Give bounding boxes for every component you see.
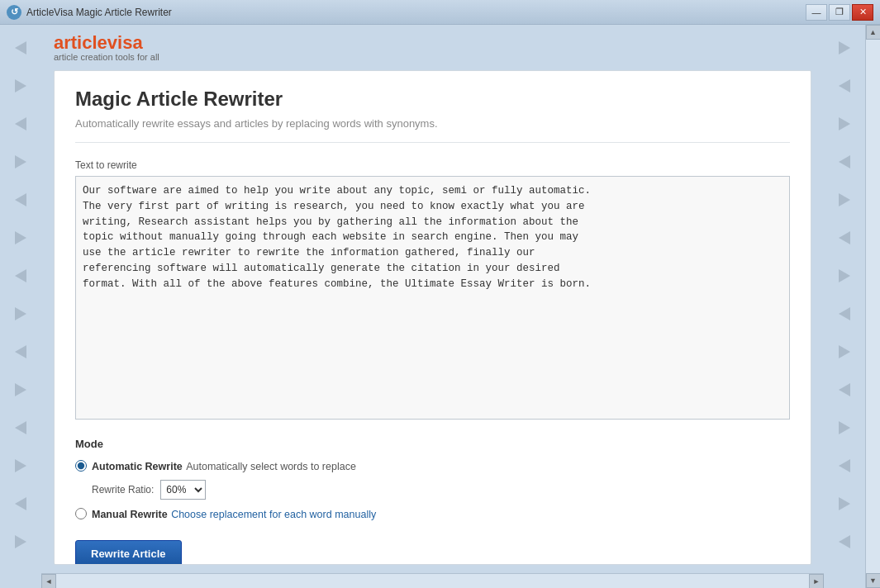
right-deco-triangle-1 <box>839 41 850 55</box>
deco-triangle-11 <box>15 421 26 434</box>
deco-triangle-12 <box>15 459 26 472</box>
deco-triangle-2 <box>15 79 26 92</box>
scroll-down-arrow[interactable]: ▼ <box>866 573 881 588</box>
automatic-radio-row: Automatic Rewrite Automatically select w… <box>75 458 790 473</box>
manual-radio[interactable] <box>75 508 87 519</box>
main-area: articlevisa article creation tools for a… <box>0 25 880 588</box>
window-title: ArticleVisa Magic Article Rewriter <box>26 7 172 18</box>
minimize-button[interactable]: — <box>806 4 827 21</box>
app-icon: ↺ <box>7 5 21 20</box>
logo-subtitle: article creation tools for all <box>54 52 159 62</box>
ratio-select[interactable]: 60% 40% 80% 100% <box>160 480 206 500</box>
manual-radio-label: Manual Rewrite Choose replacement for ea… <box>92 506 376 521</box>
title-bar-left: ↺ ArticleVisa Magic Article Rewriter <box>7 5 172 20</box>
automatic-radio[interactable] <box>75 460 87 472</box>
deco-triangle-8 <box>15 307 26 320</box>
right-deco-triangle-8 <box>839 307 850 320</box>
deco-triangle-10 <box>15 383 26 396</box>
title-bar: ↺ ArticleVisa Magic Article Rewriter — ❐… <box>0 0 880 25</box>
deco-triangle-7 <box>15 269 26 282</box>
manual-label: Manual Rewrite <box>92 509 168 520</box>
right-deco-triangle-11 <box>839 421 850 434</box>
deco-triangle-1 <box>15 41 26 55</box>
header: articlevisa article creation tools for a… <box>41 25 824 70</box>
left-decoration <box>0 25 41 588</box>
manual-radio-row: Manual Rewrite Choose replacement for ea… <box>75 506 790 521</box>
content-panel: articlevisa article creation tools for a… <box>41 25 824 588</box>
logo-text: articlevisa <box>54 34 159 52</box>
text-label: Text to rewrite <box>75 159 790 171</box>
close-button[interactable]: ✕ <box>852 4 873 21</box>
vertical-scroll-track[interactable] <box>866 40 880 573</box>
right-deco-triangle-9 <box>839 345 850 358</box>
automatic-label: Automatic Rewrite <box>92 461 183 472</box>
deco-triangle-9 <box>15 345 26 358</box>
application-window: ↺ ArticleVisa Magic Article Rewriter — ❐… <box>0 0 880 588</box>
vertical-scrollbar: ▲ ▼ <box>865 25 880 588</box>
scroll-right-arrow[interactable]: ► <box>809 574 824 589</box>
deco-triangle-13 <box>15 497 26 510</box>
page-subtitle: Automatically rewrite essays and article… <box>75 117 790 143</box>
logo-text-prefix: article <box>54 32 107 53</box>
right-deco-triangle-3 <box>839 117 850 130</box>
deco-triangle-6 <box>15 231 26 244</box>
deco-triangle-5 <box>15 193 26 206</box>
mode-label: Mode <box>75 438 790 450</box>
right-deco-triangle-13 <box>839 497 850 510</box>
rewrite-button[interactable]: Rewrite Article <box>75 540 182 565</box>
deco-triangle-14 <box>15 535 26 548</box>
scroll-up-arrow[interactable]: ▲ <box>866 25 881 40</box>
restore-button[interactable]: ❐ <box>829 4 850 21</box>
mode-section: Mode Automatic Rewrite Automatically sel… <box>75 438 790 565</box>
textarea-wrapper <box>75 176 790 423</box>
horizontal-scroll-track[interactable] <box>56 574 809 588</box>
logo-text-highlight: visa <box>107 32 143 53</box>
bottom-scrollbar: ◄ ► <box>41 573 824 588</box>
text-input[interactable] <box>75 176 790 420</box>
logo-area: articlevisa article creation tools for a… <box>54 34 159 62</box>
deco-triangle-3 <box>15 117 26 130</box>
right-deco-triangle-12 <box>839 459 850 472</box>
manual-desc: Choose replacement for each word manuall… <box>171 509 376 520</box>
page-title: Magic Article Rewriter <box>75 88 790 111</box>
rewrite-ratio-row: Rewrite Ratio: 60% 40% 80% 100% <box>92 480 790 500</box>
right-deco-triangle-2 <box>839 79 850 92</box>
right-deco-triangle-4 <box>839 155 850 168</box>
right-deco-triangle-10 <box>839 383 850 396</box>
right-deco-triangle-14 <box>839 535 850 548</box>
white-content-box: Magic Article Rewriter Automatically rew… <box>54 70 811 565</box>
right-deco-triangle-5 <box>839 193 850 206</box>
window-controls: — ❐ ✕ <box>806 4 873 21</box>
ratio-label: Rewrite Ratio: <box>92 484 154 496</box>
automatic-radio-label: Automatic Rewrite Automatically select w… <box>92 458 356 473</box>
deco-triangle-4 <box>15 155 26 168</box>
right-decoration <box>824 25 865 588</box>
right-deco-triangle-6 <box>839 231 850 244</box>
right-deco-triangle-7 <box>839 269 850 282</box>
scroll-left-arrow[interactable]: ◄ <box>41 574 56 589</box>
automatic-desc: Automatically select words to replace <box>186 461 356 472</box>
bottom-section: Rewrite Article <box>75 533 790 565</box>
